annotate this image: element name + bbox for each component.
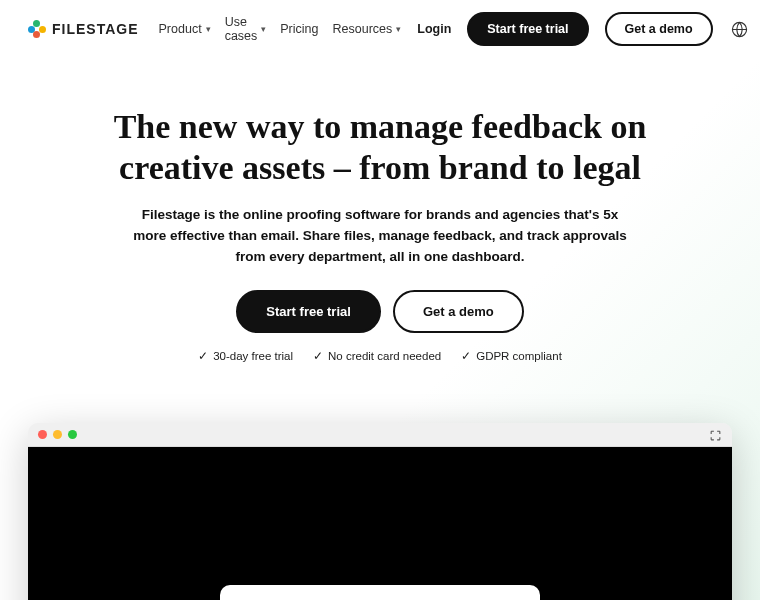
login-link[interactable]: Login — [417, 22, 451, 36]
nav-product[interactable]: Product▾ — [159, 15, 211, 43]
hero-get-demo-button[interactable]: Get a demo — [393, 290, 524, 333]
hero-section: The new way to manage feedback on creati… — [0, 58, 760, 383]
nav-resources[interactable]: Resources▾ — [333, 15, 402, 43]
nav-pricing[interactable]: Pricing — [280, 15, 318, 43]
hero-subtitle: Filestage is the online proofing softwar… — [100, 205, 660, 268]
demo-video[interactable]: New to online proofing software? See how… — [28, 447, 732, 600]
demo-window: New to online proofing software? See how… — [28, 423, 732, 600]
intro-popup: New to online proofing software? See how… — [220, 585, 540, 600]
chevron-down-icon: ▾ — [206, 24, 211, 34]
logo-icon — [28, 20, 46, 38]
window-titlebar — [28, 423, 732, 447]
feature-no-card: ✓No credit card needed — [313, 349, 441, 363]
hero-title: The new way to manage feedback on creati… — [100, 106, 660, 189]
logo-text: FILESTAGE — [52, 21, 139, 37]
main-nav: Product▾ Use cases▾ Pricing Resources▾ — [159, 15, 402, 43]
feature-trial: ✓30-day free trial — [198, 349, 293, 363]
hero-start-trial-button[interactable]: Start free trial — [236, 290, 381, 333]
chevron-down-icon: ▾ — [261, 24, 266, 34]
window-minimize-icon[interactable] — [53, 430, 62, 439]
chevron-down-icon: ▾ — [396, 24, 401, 34]
hero-cta-row: Start free trial Get a demo — [100, 290, 660, 333]
check-icon: ✓ — [198, 349, 208, 363]
check-icon: ✓ — [313, 349, 323, 363]
start-trial-button[interactable]: Start free trial — [467, 12, 588, 46]
window-close-icon[interactable] — [38, 430, 47, 439]
get-demo-button[interactable]: Get a demo — [605, 12, 713, 46]
feature-gdpr: ✓GDPR compliant — [461, 349, 562, 363]
nav-use-cases[interactable]: Use cases▾ — [225, 15, 267, 43]
expand-icon[interactable] — [709, 429, 722, 442]
hero-features: ✓30-day free trial ✓No credit card neede… — [100, 349, 660, 363]
header: FILESTAGE Product▾ Use cases▾ Pricing Re… — [0, 0, 760, 58]
check-icon: ✓ — [461, 349, 471, 363]
language-icon[interactable] — [731, 21, 748, 38]
window-maximize-icon[interactable] — [68, 430, 77, 439]
logo[interactable]: FILESTAGE — [28, 20, 139, 38]
